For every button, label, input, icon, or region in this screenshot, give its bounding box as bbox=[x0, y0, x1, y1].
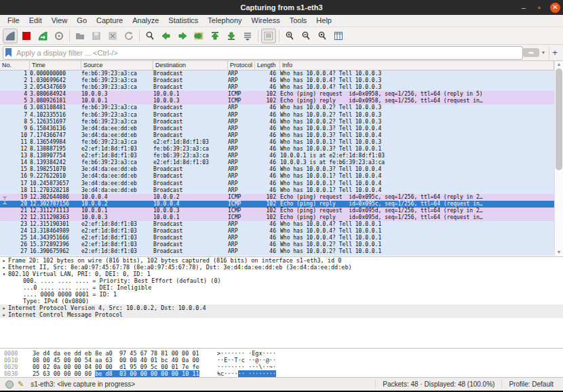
packet-row[interactable]: 2212.31129836310.0.0.310.0.0.1ICMP102Ech… bbox=[0, 214, 554, 221]
column-header-protocol[interactable]: Protocol bbox=[228, 61, 255, 70]
zoom-out-icon[interactable] bbox=[298, 28, 313, 43]
detail-row[interactable]: ▸Internet Protocol Version 4, Src: 10.0.… bbox=[0, 305, 563, 311]
collapsed-arrow-icon[interactable]: ▸ bbox=[0, 305, 8, 311]
collapsed-arrow-icon[interactable]: ▸ bbox=[0, 311, 8, 318]
menu-item-view[interactable]: View bbox=[47, 15, 73, 26]
detail-row[interactable]: .... 0000 0000 0001 = ID: 1 bbox=[0, 291, 563, 298]
packet-row[interactable]: 128.138887195e2:ef:1d:8d:f1:03fe:b6:39:2… bbox=[0, 146, 554, 153]
packet-list-scrollbar[interactable]: ▲ ▼ bbox=[554, 61, 563, 256]
zoom-reset-icon[interactable] bbox=[315, 28, 330, 43]
filter-bookmark-icon[interactable] bbox=[5, 48, 12, 57]
add-filter-button[interactable]: + bbox=[549, 47, 560, 59]
menu-item-go[interactable]: Go bbox=[72, 15, 92, 26]
hex-row[interactable]: 003025 63 00 00 00 00 be d8 03 00 00 00 … bbox=[0, 370, 563, 377]
resize-columns-icon[interactable] bbox=[331, 28, 346, 43]
menu-item-capture[interactable]: Capture bbox=[92, 15, 128, 26]
scrollbar-thumb[interactable] bbox=[556, 68, 562, 170]
detail-row[interactable]: ▸Ethernet II, Src: 8e:a0:97:45:67:78 (8e… bbox=[0, 264, 563, 271]
expert-info-icon[interactable] bbox=[5, 380, 14, 389]
filter-dropdown-caret-icon[interactable]: ▾ bbox=[542, 50, 545, 56]
packet-row[interactable]: 169.2276220103e:d4:da:ee:dd:ebBroadcastA… bbox=[0, 173, 554, 180]
detail-row[interactable]: 000. .... .... .... = Priority: Best Eff… bbox=[0, 277, 563, 284]
packet-row[interactable]: 74.102335516fe:b6:39:23:a3:caBroadcastAR… bbox=[0, 112, 554, 119]
packet-row[interactable]: 2413.318464989e2:ef:1d:8d:f1:03Broadcast… bbox=[0, 228, 554, 235]
menu-item-telephony[interactable]: Telephony bbox=[203, 15, 246, 26]
column-header-length[interactable]: Length bbox=[255, 61, 280, 70]
save-file-icon[interactable] bbox=[89, 28, 104, 43]
reload-icon[interactable] bbox=[121, 28, 136, 43]
packet-row[interactable]: 2112.31127111310.0.0.110.0.0.3ICMP102Ech… bbox=[0, 208, 554, 214]
packet-row[interactable]: 10.000000000fe:b6:39:23:a3:caBroadcastAR… bbox=[0, 71, 554, 77]
column-header-time[interactable]: Time bbox=[30, 61, 81, 70]
menu-item-statistics[interactable]: Statistics bbox=[163, 15, 203, 26]
hex-row[interactable]: 00003e d4 da ee dd eb 8e a0 97 45 67 78 … bbox=[0, 350, 563, 357]
packet-row[interactable]: 2615.372892396e2:ef:1d:8d:f1:03Broadcast… bbox=[0, 241, 554, 248]
packet-row[interactable]: ┬1912.30264408610.0.0.410.0.0.2ICMP102Ec… bbox=[0, 194, 554, 201]
menu-item-tools[interactable]: Tools bbox=[285, 15, 312, 26]
colorize-icon[interactable] bbox=[261, 28, 276, 43]
packet-row[interactable]: 1710.2458736573e:d4:da:ee:dd:ebBroadcast… bbox=[0, 180, 554, 187]
stop-capture-icon[interactable] bbox=[19, 28, 34, 43]
apply-filter-button[interactable]: ➡ bbox=[523, 48, 539, 57]
go-to-packet-icon[interactable] bbox=[191, 28, 206, 43]
detail-row[interactable]: Type: IPv4 (0x0800) bbox=[0, 298, 563, 305]
column-header-info[interactable]: Info bbox=[280, 61, 554, 70]
packet-row[interactable]: 118.136549984fe:b6:39:23:a3:cae2:ef:1d:8… bbox=[0, 139, 554, 146]
auto-scroll-icon[interactable] bbox=[240, 28, 255, 43]
packet-row[interactable]: 21.030699642fe:b6:39:23:a3:caBroadcastAR… bbox=[0, 77, 554, 84]
packet-row[interactable]: 43.08068492410.0.0.310.0.0.1ICMP102Echo … bbox=[0, 91, 554, 98]
detail-row[interactable]: ▸Internet Control Message Protocol bbox=[0, 311, 563, 318]
close-file-icon[interactable] bbox=[105, 28, 120, 43]
display-filter-input[interactable] bbox=[15, 48, 520, 58]
start-capture-icon[interactable] bbox=[3, 28, 18, 43]
column-header-destination[interactable]: Destination bbox=[153, 61, 228, 70]
hex-row[interactable]: 002000 02 0a 00 00 04 00 00 d1 95 09 5c … bbox=[0, 364, 563, 370]
last-packet-icon[interactable] bbox=[224, 28, 239, 43]
zoom-in-icon[interactable] bbox=[282, 28, 297, 43]
packet-row[interactable]: 138.138907754e2:ef:1d:8d:f1:03fe:b6:39:2… bbox=[0, 153, 554, 159]
titlebar[interactable]: Capturing from s1-eth3 – ▫ ✕ bbox=[0, 0, 563, 15]
packet-row-selected[interactable]: ┴2012.30278715610.0.0.210.0.0.4ICMP102Ec… bbox=[0, 201, 554, 208]
hex-row[interactable]: 001008 00 45 00 00 54 aa 63 00 00 40 01 … bbox=[0, 357, 563, 364]
packet-row[interactable]: 1811.2703282183e:d4:da:ee:dd:ebBroadcast… bbox=[0, 187, 554, 194]
profile-button[interactable]: Profile: Default bbox=[501, 380, 563, 388]
menu-item-help[interactable]: Help bbox=[311, 15, 336, 26]
packet-row[interactable]: 96.1584361363e:d4:da:ee:dd:ebBroadcastAR… bbox=[0, 125, 554, 132]
packet-row[interactable]: 2716.390675962e2:ef:1d:8d:f1:03Broadcast… bbox=[0, 248, 554, 255]
packet-row[interactable]: 2312.315190301e2:ef:1d:8d:f1:03Broadcast… bbox=[0, 221, 554, 228]
menu-item-file[interactable]: File bbox=[3, 15, 24, 26]
menu-item-analyze[interactable]: Analyze bbox=[128, 15, 163, 26]
packet-row[interactable]: 148.139384242fe:b6:39:23:a3:cae2:ef:1d:8… bbox=[0, 159, 554, 166]
capture-comment-icon[interactable]: ✎ bbox=[18, 380, 24, 389]
capture-options-icon[interactable] bbox=[52, 28, 66, 43]
collapsed-arrow-icon[interactable]: ▸ bbox=[0, 264, 8, 271]
column-header-no[interactable]: No. bbox=[0, 61, 30, 70]
first-packet-icon[interactable] bbox=[208, 28, 222, 43]
maximize-button[interactable]: ▫ bbox=[535, 3, 544, 12]
detail-row[interactable]: ▸Frame 20: 102 bytes on wire (816 bits),… bbox=[0, 257, 563, 264]
packet-row[interactable]: 158.1982510703e:d4:da:ee:dd:ebBroadcastA… bbox=[0, 166, 554, 173]
close-button[interactable]: ✕ bbox=[550, 3, 560, 13]
packet-row[interactable]: 63.083108481fe:b6:39:23:a3:caBroadcastAR… bbox=[0, 104, 554, 111]
minimize-button[interactable]: – bbox=[519, 3, 528, 12]
packet-row[interactable]: 2514.343951666e2:ef:1d:8d:f1:03Broadcast… bbox=[0, 235, 554, 241]
packet-row[interactable]: 85.126351697fe:b6:39:23:a3:caBroadcastAR… bbox=[0, 119, 554, 125]
previous-packet-icon[interactable] bbox=[159, 28, 174, 43]
detail-row[interactable]: ▾802.1Q Virtual LAN, PRI: 0, DEI: 0, ID:… bbox=[0, 271, 563, 277]
detail-row[interactable]: ...0 .... .... .... = DEI: Ineligible bbox=[0, 284, 563, 291]
column-header-source[interactable]: Source bbox=[81, 61, 153, 70]
collapsed-arrow-icon[interactable]: ▸ bbox=[0, 257, 8, 264]
find-packet-icon[interactable] bbox=[142, 28, 157, 43]
restart-capture-icon[interactable] bbox=[35, 28, 50, 43]
packet-row[interactable]: 107.1743667473e:d4:da:ee:dd:ebBroadcastA… bbox=[0, 132, 554, 139]
scroll-up-icon[interactable]: ▲ bbox=[555, 61, 563, 68]
packet-row[interactable]: 32.054347669fe:b6:39:23:a3:caBroadcastAR… bbox=[0, 84, 554, 91]
packet-row[interactable]: 53.08092618110.0.0.110.0.0.3ICMP102Echo … bbox=[0, 98, 554, 104]
menu-item-wireless[interactable]: Wireless bbox=[247, 15, 285, 26]
open-file-icon[interactable] bbox=[73, 28, 88, 43]
filter-field[interactable] bbox=[3, 46, 523, 60]
menu-item-edit[interactable]: Edit bbox=[24, 15, 47, 26]
scroll-down-icon[interactable]: ▼ bbox=[555, 249, 563, 256]
next-packet-icon[interactable] bbox=[175, 28, 190, 43]
expanded-arrow-icon[interactable]: ▾ bbox=[0, 271, 8, 277]
